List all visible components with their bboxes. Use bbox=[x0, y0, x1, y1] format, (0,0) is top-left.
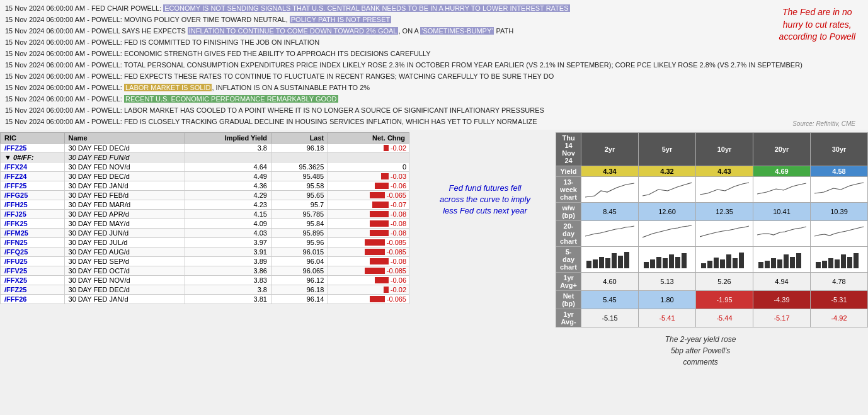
chart13-2yr bbox=[581, 177, 639, 203]
svg-rect-26 bbox=[790, 257, 795, 268]
name-cell: 30 DAY FED JUN/d bbox=[64, 229, 185, 238]
name-cell: 30 DAY FED NOV/d bbox=[64, 276, 185, 285]
neg-bar bbox=[381, 173, 389, 179]
avgplus-20yr: 4.94 bbox=[753, 273, 811, 291]
chng-cell: -0.08 bbox=[328, 257, 409, 266]
last-cell: 95.58 bbox=[271, 181, 328, 191]
chart13-20yr bbox=[753, 177, 811, 203]
yield-label: Yield bbox=[556, 166, 581, 177]
name-cell: 30 DAY FED MAY/d bbox=[64, 219, 185, 229]
svg-rect-12 bbox=[675, 257, 680, 268]
avgplus-10yr: 5.26 bbox=[696, 273, 753, 291]
svg-rect-17 bbox=[720, 259, 725, 268]
last-cell bbox=[271, 153, 328, 162]
svg-rect-33 bbox=[847, 257, 852, 268]
table-row: ▼ 0#/FF:30 DAY FED FUN/d bbox=[1, 153, 409, 162]
chart5-row: 5-day chart bbox=[556, 247, 868, 273]
col-ric: RIC bbox=[1, 133, 65, 144]
avgminus-30yr: -4.92 bbox=[811, 309, 868, 327]
chart20-2yr bbox=[581, 221, 639, 247]
implied-cell: 4.15 bbox=[185, 210, 271, 219]
ric-cell: /FFZ25 bbox=[1, 144, 65, 153]
svg-rect-30 bbox=[828, 258, 833, 268]
table-row: /FFZ2430 DAY FED DEC/d4.4995.485-0.03 bbox=[1, 172, 409, 181]
chng-cell: -0.06 bbox=[328, 181, 409, 191]
name-cell: 30 DAY FED DEC/d bbox=[64, 144, 185, 153]
yield-30yr: 4.58 bbox=[811, 166, 868, 177]
last-cell: 96.065 bbox=[271, 266, 328, 276]
source-text: Source: Refinitiv, CME bbox=[792, 120, 855, 127]
chart13-label: 13-week chart bbox=[556, 177, 581, 203]
svg-rect-29 bbox=[822, 261, 827, 268]
yield-row: Yield 4.34 4.32 4.43 4.69 4.58 bbox=[556, 166, 868, 177]
table-row: /FFV2530 DAY FED OCT/d3.8696.065-0.085 bbox=[1, 266, 409, 276]
last-cell: 95.65 bbox=[271, 191, 328, 200]
chart5-30yr bbox=[811, 247, 868, 273]
svg-rect-27 bbox=[796, 253, 801, 268]
news-item-3: 15 Nov 2024 06:00:00 AM - POWELL SAYS HE… bbox=[5, 25, 863, 37]
news-item-5: 15 Nov 2024 06:00:00 AM - POWELL: ECONOM… bbox=[5, 48, 863, 59]
table-row: /FFH2530 DAY FED MAR/d4.2395.7-0.07 bbox=[1, 200, 409, 210]
chng-cell: -0.07 bbox=[328, 200, 409, 210]
table-row: /FFU2530 DAY FED SEP/d3.8996.04-0.08 bbox=[1, 257, 409, 266]
neg-bar bbox=[365, 268, 385, 274]
ric-cell: /FFU25 bbox=[1, 257, 65, 266]
chng-cell: -0.02 bbox=[328, 144, 409, 153]
neg-bar bbox=[365, 239, 385, 246]
svg-rect-3 bbox=[605, 258, 610, 268]
chng-value: -0.02 bbox=[391, 286, 406, 293]
last-cell: 96.015 bbox=[271, 247, 328, 257]
implied-cell: 3.83 bbox=[185, 276, 271, 285]
svg-rect-31 bbox=[835, 259, 840, 268]
last-cell: 95.3625 bbox=[271, 162, 328, 172]
avgplus-label: 1yr Avg+ bbox=[556, 273, 581, 291]
neg-bar bbox=[372, 202, 389, 208]
chart13-row: 13-week chart bbox=[556, 177, 868, 203]
yield-col-20yr: 20yr bbox=[753, 133, 811, 166]
avgplus-5yr: 5.13 bbox=[639, 273, 696, 291]
svg-rect-22 bbox=[765, 261, 770, 268]
implied-cell: 3.91 bbox=[185, 247, 271, 257]
chng-cell: -0.03 bbox=[328, 172, 409, 181]
ric-cell: /FFZ25 bbox=[1, 285, 65, 295]
implied-cell: 4.29 bbox=[185, 191, 271, 200]
chng-value: -0.085 bbox=[387, 248, 406, 256]
name-cell: 30 DAY FED FEB/d bbox=[64, 191, 185, 200]
svg-rect-9 bbox=[656, 257, 661, 268]
svg-rect-19 bbox=[733, 258, 738, 268]
bottom-section: RIC Name Implied Yield Last Net. Chng /F… bbox=[0, 132, 868, 368]
implied-cell: 4.03 bbox=[185, 229, 271, 238]
ww-10yr: 12.35 bbox=[696, 203, 753, 221]
ric-cell: /FFZ24 bbox=[1, 172, 65, 181]
name-cell: 30 DAY FED FUN/d bbox=[64, 153, 185, 162]
news-item-1: 15 Nov 2024 06:00:00 AM - FED CHAIR POWE… bbox=[5, 3, 863, 14]
table-row: /FFM2530 DAY FED JUN/d4.0395.895-0.08 bbox=[1, 229, 409, 238]
yield-header-row: Thu 14 Nov 24 2yr 5yr 10yr 20yr 30yr bbox=[556, 133, 868, 166]
table-row: /FFF2630 DAY FED JAN/d3.8196.14-0.065 bbox=[1, 295, 409, 304]
chart20-10yr bbox=[696, 221, 753, 247]
chng-value: -0.08 bbox=[391, 229, 406, 237]
implied-cell: 3.81 bbox=[185, 295, 271, 304]
chart5-20yr bbox=[753, 247, 811, 273]
ric-cell: /FFN25 bbox=[1, 238, 65, 247]
name-cell: 30 DAY FED JAN/d bbox=[64, 295, 185, 304]
svg-rect-7 bbox=[644, 262, 649, 268]
ric-cell: /FFM25 bbox=[1, 229, 65, 238]
name-cell: 30 DAY FED OCT/d bbox=[64, 266, 185, 276]
highlight-2: POLICY PATH IS NOT PRESET bbox=[290, 16, 392, 23]
svg-rect-24 bbox=[777, 259, 782, 268]
implied-cell: 4.23 bbox=[185, 200, 271, 210]
avgplus-2yr: 4.60 bbox=[581, 273, 639, 291]
table-row: /FFX2430 DAY FED NOV/d4.6495.36250 bbox=[1, 162, 409, 172]
col-name: Name bbox=[64, 133, 185, 144]
table-row: /FFX2530 DAY FED NOV/d3.8396.12-0.06 bbox=[1, 276, 409, 285]
highlight-3b: 'SOMETIMES-BUMPY' bbox=[420, 27, 494, 35]
avgminus-5yr: -5.41 bbox=[639, 309, 696, 327]
implied-cell bbox=[185, 153, 271, 162]
svg-rect-32 bbox=[841, 254, 846, 268]
neg-bar bbox=[375, 183, 389, 189]
news-item-6: 15 Nov 2024 06:00:00 AM - POWELL: TOTAL … bbox=[5, 59, 863, 71]
ric-cell: /FFX24 bbox=[1, 162, 65, 172]
yield-date-cell: Thu 14 Nov 24 bbox=[556, 133, 581, 166]
yield-20yr: 4.69 bbox=[753, 166, 811, 177]
